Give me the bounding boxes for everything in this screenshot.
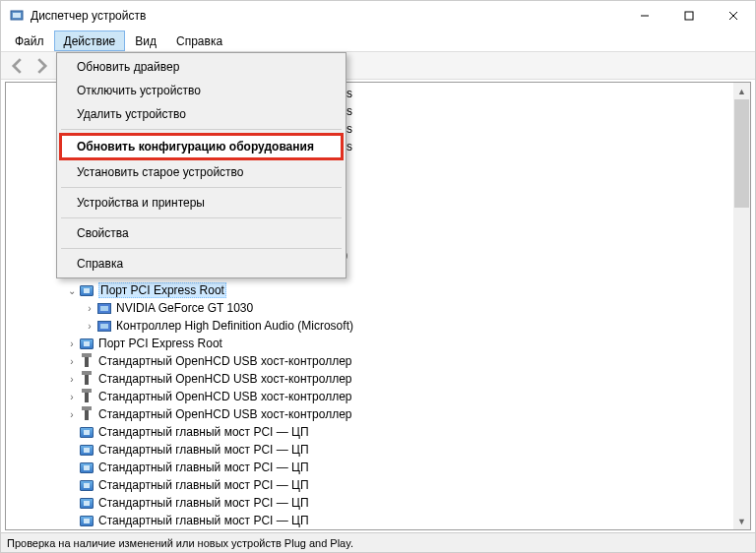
device-icon	[79, 513, 94, 528]
tree-item-label: Стандартный главный мост PCI — ЦП	[98, 496, 309, 510]
titlebar: Диспетчер устройств	[1, 1, 755, 31]
forward-button[interactable]	[31, 55, 52, 77]
tree-item-label: NVIDIA GeForce GT 1030	[116, 301, 253, 315]
menu-action[interactable]: Обновить драйвер	[59, 55, 344, 79]
tree-row[interactable]: ⌄Порт PCI Express Root	[6, 281, 733, 299]
usb-icon	[79, 389, 94, 404]
tree-item-label: Стандартный главный мост PCI — ЦП	[98, 514, 309, 527]
window-controls	[622, 1, 755, 31]
tree-item-label: Стандартный OpenHCD USB хост-контроллер	[98, 390, 352, 403]
tree-item-label: Стандартный OpenHCD USB хост-контроллер	[98, 407, 352, 421]
menu-action[interactable]: Обновить конфигурацию оборудования	[59, 133, 344, 160]
statusbar: Проверка на наличие изменений или новых …	[1, 532, 755, 552]
tree-row[interactable]: Стандартный главный мост PCI — ЦП	[6, 441, 733, 459]
tree-row[interactable]: ›Стандартный OpenHCD USB хост-контроллер	[6, 388, 733, 405]
back-button[interactable]	[7, 55, 29, 77]
menu-action[interactable]: Установить старое устройство	[59, 160, 344, 184]
status-text: Проверка на наличие изменений или новых …	[7, 537, 353, 549]
scroll-up-icon[interactable]: ▲	[733, 83, 750, 99]
usb-icon	[79, 406, 94, 422]
menu-action[interactable]: Отключить устройство	[59, 79, 344, 102]
tree-row[interactable]: ›Стандартный OpenHCD USB хост-контроллер	[6, 405, 733, 423]
menu-separator	[61, 248, 342, 249]
action-menu-dropdown: Обновить драйверОтключить устройствоУдал…	[56, 52, 346, 278]
menu-separator	[61, 129, 342, 130]
tree-caret-icon[interactable]: ⌄	[65, 285, 79, 296]
tree-caret-icon[interactable]: ›	[65, 374, 79, 385]
tree-item-label: Стандартный OpenHCD USB хост-контроллер	[98, 372, 352, 386]
tree-row[interactable]: Стандартный главный мост PCI — ЦП	[6, 476, 733, 494]
menu-separator	[61, 217, 342, 218]
tree-item-label: Порт PCI Express Root	[98, 337, 222, 350]
svg-rect-3	[685, 12, 693, 20]
tree-item-label: Стандартный главный мост PCI — ЦП	[98, 425, 309, 439]
tree-row[interactable]: Стандартный главный мост PCI — ЦП	[6, 459, 733, 476]
tree-item-label: Стандартный OpenHCD USB хост-контроллер	[98, 354, 352, 368]
usb-icon	[79, 353, 94, 369]
tree-caret-icon[interactable]: ›	[65, 409, 79, 420]
close-button[interactable]	[711, 1, 755, 31]
device-icon	[79, 282, 94, 298]
device-icon	[79, 495, 94, 511]
menu-item[interactable]: Действие	[54, 31, 126, 51]
tree-row[interactable]: ›Стандартный OpenHCD USB хост-контроллер	[6, 352, 733, 370]
tree-caret-icon[interactable]: ›	[65, 338, 79, 349]
tree-row[interactable]: ›Контроллер High Definition Audio (Micro…	[6, 317, 733, 335]
tree-item-label: Контроллер High Definition Audio (Micros…	[116, 319, 353, 333]
menu-action[interactable]: Устройства и принтеры	[59, 191, 344, 215]
tree-item-label: Порт PCI Express Root	[98, 282, 226, 298]
menu-item[interactable]: Справка	[166, 31, 232, 51]
menu-separator	[61, 187, 342, 188]
menu-action[interactable]: Удалить устройство	[59, 102, 344, 126]
minimize-button[interactable]	[622, 1, 666, 31]
tree-item-label: Стандартный главный мост PCI — ЦП	[98, 478, 309, 492]
tree-row[interactable]: Стандартный главный мост PCI — ЦП	[6, 494, 733, 512]
device-icon	[79, 336, 94, 351]
menu-item[interactable]: Вид	[125, 31, 166, 51]
vertical-scrollbar[interactable]: ▲ ▼	[733, 83, 750, 529]
tree-caret-icon[interactable]: ›	[65, 392, 79, 402]
tree-row[interactable]: ›Стандартный OpenHCD USB хост-контроллер	[6, 370, 733, 388]
menu-item[interactable]: Файл	[5, 31, 54, 51]
maximize-button[interactable]	[666, 1, 711, 31]
tree-item-label: Стандартный главный мост PCI — ЦП	[98, 443, 309, 457]
monitor-icon	[96, 318, 112, 334]
device-icon	[79, 460, 94, 475]
device-icon	[79, 442, 94, 458]
tree-caret-icon[interactable]: ›	[83, 321, 96, 332]
tree-row[interactable]: ›Порт PCI Express Root	[6, 335, 733, 352]
scroll-down-icon[interactable]: ▼	[733, 513, 750, 529]
svg-rect-1	[13, 13, 21, 18]
menu-action[interactable]: Справка	[59, 252, 344, 276]
app-icon	[9, 8, 25, 24]
tree-row[interactable]: Стандартный главный мост PCI — ЦП	[6, 423, 733, 441]
usb-icon	[79, 371, 94, 387]
tree-row[interactable]: ›NVIDIA GeForce GT 1030	[6, 299, 733, 317]
menubar: ФайлДействиеВидСправка	[1, 31, 755, 52]
monitor-icon	[96, 300, 112, 316]
tree-caret-icon[interactable]: ›	[83, 303, 96, 314]
device-icon	[79, 424, 94, 440]
tree-item-label: Стандартный главный мост PCI — ЦП	[98, 461, 309, 474]
scrollbar-thumb[interactable]	[734, 99, 749, 208]
tree-row[interactable]: Стандартный главный мост PCI — ЦП	[6, 512, 733, 529]
menu-action[interactable]: Свойства	[59, 221, 344, 245]
tree-caret-icon[interactable]: ›	[65, 356, 79, 367]
device-icon	[79, 477, 94, 493]
